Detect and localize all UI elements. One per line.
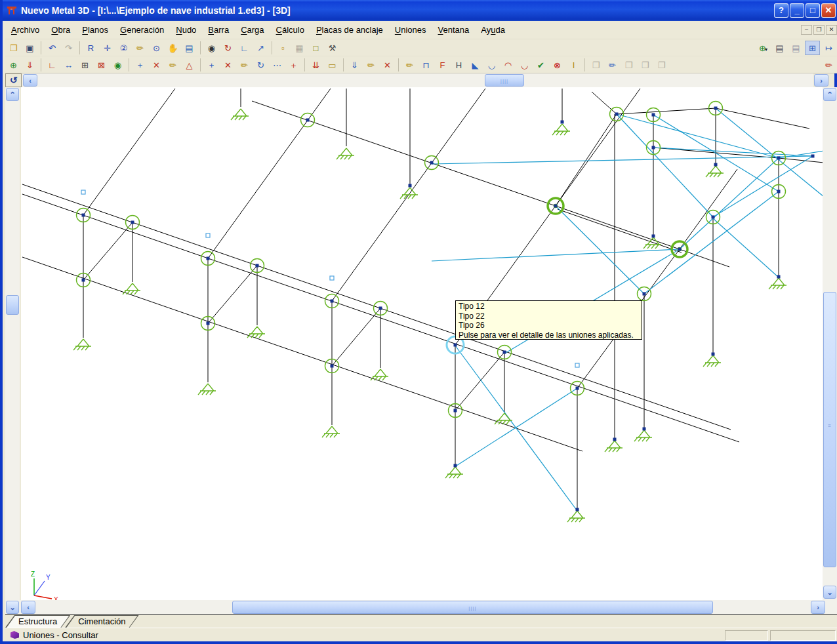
tools-button[interactable]: ⚒ — [325, 41, 340, 55]
left-scroll-thumb[interactable] — [6, 295, 19, 315]
title-bar[interactable]: Nuevo Metal 3D - [I:\...\Ejemplo de nave… — [3, 0, 837, 21]
zoom-window-button[interactable]: ⊙ — [149, 41, 164, 55]
divide-bar-button[interactable]: ⋯ — [270, 58, 285, 72]
deflection-button[interactable]: ◡ — [484, 58, 499, 72]
menu-nudo[interactable]: Nudo — [170, 22, 202, 37]
delete-load-button[interactable]: ✕ — [380, 58, 395, 72]
views-button[interactable]: ▤ — [182, 41, 197, 55]
new-bar-button[interactable]: + — [204, 58, 219, 72]
bottom-scroll-left-button[interactable]: ‹ — [21, 601, 35, 614]
menu-carga[interactable]: Carga — [235, 22, 270, 37]
paste-button[interactable]: ❐ — [621, 58, 636, 72]
dimension-button[interactable]: ↔ — [61, 58, 76, 72]
menu-generaci-n[interactable]: Generación — [114, 22, 170, 37]
rotate-view-button[interactable]: ↺ — [5, 73, 22, 87]
exit-view-button[interactable]: ↦ — [821, 41, 836, 55]
delete-deflection-button[interactable]: ◠ — [500, 58, 516, 72]
left-scroll-up-button[interactable]: ⌃ — [6, 88, 19, 101]
edit-load-button[interactable]: ✏ — [363, 58, 378, 72]
bottom-scroll-thumb[interactable]: |||| — [232, 601, 713, 614]
right-scroll-thumb[interactable]: ≡ — [823, 292, 836, 567]
open-button[interactable]: ❐ — [6, 41, 21, 55]
force-button[interactable]: F — [435, 58, 450, 72]
left-scroll-down-button[interactable]: ⌄ — [6, 601, 19, 614]
bottom-scroll-right-button[interactable]: › — [811, 601, 825, 614]
selection-grid-button[interactable]: ▦ — [292, 41, 307, 55]
menu-ventana[interactable]: Ventana — [432, 22, 476, 37]
menu-barra[interactable]: Barra — [202, 22, 235, 37]
top-scroll-thumb[interactable]: |||| — [485, 74, 524, 87]
search-button[interactable]: ◉ — [204, 41, 219, 55]
pen-palette-button[interactable]: ✏ — [821, 58, 836, 72]
save-button[interactable]: ▣ — [22, 41, 37, 55]
render-globe-button[interactable]: ⊕▾ — [756, 41, 771, 55]
rotate-axes-button[interactable]: ↻ — [220, 41, 235, 55]
support-button[interactable]: △ — [182, 58, 197, 72]
select-nodes-button[interactable]: ⊞ — [77, 58, 92, 72]
new-node-button[interactable]: + — [133, 58, 148, 72]
mdi-restore-button[interactable]: ❐ — [813, 25, 825, 35]
help-button[interactable]: ? — [774, 3, 788, 18]
undo-button[interactable]: ↶ — [45, 41, 60, 55]
edit-node-button[interactable]: ✏ — [165, 58, 180, 72]
orthogonal-button[interactable]: ∟ — [237, 41, 252, 55]
top-scroll-left-button[interactable]: ‹ — [23, 74, 37, 87]
erase-loads-button[interactable]: ▭ — [325, 58, 340, 72]
menu-archivo[interactable]: Archivo — [5, 22, 45, 37]
mdi-close-button[interactable]: ✕ — [826, 25, 837, 35]
envelope-button[interactable]: ◡ — [517, 58, 532, 72]
add-load-button[interactable]: ⇓ — [347, 58, 362, 72]
frame-button[interactable]: □ — [308, 41, 323, 55]
view-axes-button[interactable]: ◉ — [110, 58, 125, 72]
redo-button[interactable]: ↷ — [61, 41, 76, 55]
pan-button[interactable]: ✋ — [165, 41, 180, 55]
copy-button[interactable]: ❐ — [588, 58, 603, 72]
rotate-bar-button[interactable]: ↻ — [253, 58, 268, 72]
portal-button[interactable]: ⊓ — [418, 58, 434, 72]
redraw-button[interactable]: R — [83, 41, 98, 55]
right-scroll-up-button[interactable]: ⌃ — [823, 88, 836, 101]
tie-button[interactable]: ◣ — [468, 58, 483, 72]
zoom-extents-button[interactable]: ✛ — [100, 41, 115, 55]
check-bars-button[interactable]: ✔ — [533, 58, 548, 72]
describe-button[interactable]: ✏ — [402, 58, 417, 72]
minimize-button[interactable]: _ — [790, 3, 804, 18]
measure-button[interactable]: ↗ — [253, 41, 268, 55]
extra1-button[interactable]: ❐ — [638, 58, 653, 72]
top-scrollbar[interactable] — [22, 73, 813, 87]
mdi-minimize-button[interactable]: – — [801, 25, 812, 35]
menu-uniones[interactable]: Uniones — [389, 22, 432, 37]
delete-bar-button[interactable]: ✕ — [220, 58, 235, 72]
tab-cimentación[interactable]: Cimentación — [65, 615, 138, 628]
print-preview-button[interactable]: ▤ — [788, 41, 804, 55]
menu-ayuda[interactable]: Ayuda — [475, 22, 511, 37]
axes-button[interactable]: ∟ — [45, 58, 60, 72]
edit-bar-button[interactable]: ✏ — [237, 58, 252, 72]
edit-text-button[interactable]: ✏ — [605, 58, 620, 72]
zoom-x2-button[interactable]: ② — [116, 41, 131, 55]
menu-placas-de-anclaje[interactable]: Placas de anclaje — [310, 22, 389, 37]
ibeam-button[interactable]: I — [566, 58, 581, 72]
tab-estructura[interactable]: Estructura — [5, 615, 70, 628]
menu-c-lculo[interactable]: Cálculo — [270, 22, 310, 37]
window-config-button[interactable]: ⊞ — [805, 41, 820, 55]
edit-view-button[interactable]: ✏ — [133, 41, 148, 55]
print-button[interactable]: ▤ — [772, 41, 787, 55]
stop-button[interactable]: ⊗ — [550, 58, 565, 72]
deselect-nodes-button[interactable]: ⊠ — [94, 58, 109, 72]
menu-obra[interactable]: Obra — [45, 22, 76, 37]
close-button[interactable]: ✕ — [821, 3, 836, 18]
top-scroll-right-button[interactable]: › — [814, 74, 828, 87]
import-button[interactable]: ⇓ — [22, 58, 37, 72]
globe-button[interactable]: ⊕ — [6, 58, 21, 72]
right-scroll-down-button[interactable]: ⌄ — [823, 586, 836, 599]
model-viewport[interactable]: ZYX Tipo 12Tipo 22Tipo 26Pulse para ver … — [21, 87, 823, 600]
join-bar-button[interactable]: ＋ — [286, 58, 301, 72]
extra2-button[interactable]: ❐ — [654, 58, 669, 72]
selection-box-button[interactable]: ▫ — [276, 41, 291, 55]
menu-planos[interactable]: Planos — [76, 22, 114, 37]
loads-button[interactable]: ⇊ — [308, 58, 323, 72]
maximize-button[interactable]: □ — [806, 3, 820, 18]
profile-button[interactable]: H — [451, 58, 466, 72]
delete-node-button[interactable]: ✕ — [149, 58, 164, 72]
